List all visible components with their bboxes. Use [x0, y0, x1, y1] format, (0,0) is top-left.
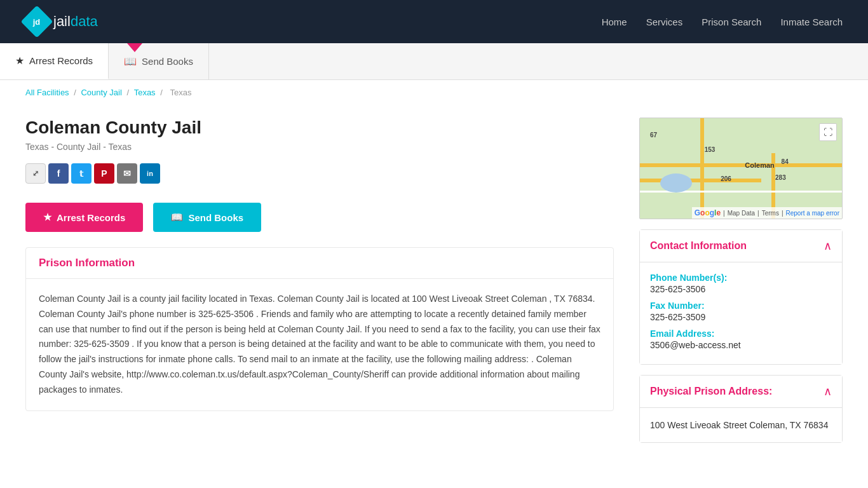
breadcrumb-all-facilities[interactable]: All Facilities: [25, 88, 69, 97]
tab-arrest-records-label: Arrest Records: [29, 55, 93, 66]
social-linkedin-button[interactable]: in: [140, 163, 160, 184]
phone-value: 325-625-3506: [650, 284, 832, 294]
map-data-text: Map Data: [728, 210, 755, 217]
map-data-label: |: [723, 210, 725, 217]
nav-inmate-search[interactable]: Inmate Search: [780, 17, 843, 27]
map-fullscreen-button[interactable]: ⛶: [819, 123, 837, 141]
social-email-button[interactable]: ✉: [117, 163, 137, 184]
map-terms: Terms: [762, 210, 779, 217]
map-label-153: 153: [705, 146, 715, 153]
tab-send-books[interactable]: 📖 Send Books: [109, 43, 209, 79]
email-label: Email Address:: [650, 329, 832, 339]
arrest-star-icon: ★: [43, 212, 51, 223]
prison-info-header: Prison Information: [26, 248, 613, 279]
map-footer: Google | Map Data | Terms | Report a map…: [692, 207, 842, 219]
nav-home[interactable]: Home: [602, 17, 627, 27]
contact-card-title: Contact Information: [650, 240, 747, 252]
tab-send-books-label: Send Books: [142, 56, 193, 67]
main-nav: Home Services Prison Search Inmate Searc…: [602, 17, 843, 27]
social-pinterest-button[interactable]: P: [94, 163, 114, 184]
map-label-coleman: Coleman: [745, 161, 774, 169]
social-facebook-button[interactable]: f: [48, 163, 69, 184]
contact-card-header[interactable]: Contact Information ∧: [640, 230, 842, 262]
map-container[interactable]: 153 84 283 206 67 Coleman ⛶ Google | Map…: [639, 118, 843, 219]
logo-diamond: jd: [21, 6, 53, 38]
page-title: Coleman County Jail: [25, 118, 614, 138]
address-card-body: 100 West Liveoak Street Coleman, TX 7683…: [640, 408, 842, 442]
map-background: [640, 118, 842, 219]
send-books-icon: 📖: [171, 212, 183, 223]
tab-bar: ★ Arrest Records 📖 Send Books: [0, 43, 868, 80]
star-icon: ★: [15, 55, 24, 67]
fax-label: Fax Number:: [650, 301, 832, 311]
google-logo: Google: [695, 208, 721, 217]
logo[interactable]: jd jaildata: [25, 10, 98, 33]
map-label-84: 84: [782, 158, 789, 165]
address-card-header[interactable]: Physical Prison Address: ∧: [640, 376, 842, 408]
breadcrumb-current: Texas: [170, 88, 191, 97]
map-label-283: 283: [775, 174, 786, 181]
breadcrumb: All Facilities / County Jail / Texas / T…: [0, 80, 868, 105]
tab-indicator: [127, 43, 142, 52]
address-chevron-up-icon: ∧: [824, 384, 832, 398]
send-books-label: Send Books: [188, 212, 243, 223]
address-card-title: Physical Prison Address:: [650, 386, 772, 397]
arrest-records-label: Arrest Records: [57, 212, 125, 223]
right-column: 153 84 283 206 67 Coleman ⛶ Google | Map…: [639, 118, 843, 443]
address-card: Physical Prison Address: ∧ 100 West Live…: [639, 375, 843, 443]
breadcrumb-county-jail[interactable]: County Jail: [81, 88, 121, 97]
tab-arrest-records[interactable]: ★ Arrest Records: [0, 43, 109, 79]
prison-info-section: Prison Information Coleman County Jail i…: [25, 247, 614, 411]
book-icon: 📖: [124, 55, 137, 67]
contact-info-card: Contact Information ∧ Phone Number(s): 3…: [639, 229, 843, 365]
map-report-error[interactable]: Report a map error: [786, 210, 839, 217]
map-road-84: [640, 163, 842, 167]
nav-services[interactable]: Services: [646, 17, 683, 27]
fax-value: 325-625-3509: [650, 312, 832, 322]
send-books-button[interactable]: 📖 Send Books: [153, 203, 261, 232]
map-water-feature: [660, 173, 692, 193]
map-road-153: [700, 118, 704, 219]
left-column: Coleman County Jail Texas - County Jail …: [25, 118, 614, 443]
prison-info-body: Coleman County Jail is a county jail fac…: [26, 279, 613, 410]
chevron-up-icon: ∧: [824, 239, 832, 253]
nav-prison-search[interactable]: Prison Search: [702, 17, 761, 27]
prison-info-title: Prison Information: [39, 257, 135, 269]
phone-label: Phone Number(s):: [650, 273, 832, 283]
map-label-206: 206: [721, 175, 731, 182]
breadcrumb-texas[interactable]: Texas: [134, 88, 156, 97]
main-content: Coleman County Jail Texas - County Jail …: [0, 105, 868, 468]
social-twitter-button[interactable]: 𝕥: [71, 163, 92, 184]
right-cards: Contact Information ∧ Phone Number(s): 3…: [639, 229, 843, 443]
map-label-67: 67: [650, 132, 657, 139]
social-share-button[interactable]: ⤢: [25, 163, 46, 184]
arrest-records-button[interactable]: ★ Arrest Records: [25, 203, 143, 232]
email-value: 3506@web-access.net: [650, 340, 832, 350]
address-value: 100 West Liveoak Street Coleman, TX 7683…: [650, 420, 828, 430]
contact-card-body: Phone Number(s): 325-625-3506 Fax Number…: [640, 262, 842, 364]
logo-jd-text: jd: [33, 17, 41, 27]
social-share-row: ⤢ f 𝕥 P ✉ in: [25, 163, 614, 184]
logo-text: jaildata: [53, 13, 98, 30]
action-buttons: ★ Arrest Records 📖 Send Books: [25, 203, 614, 232]
page-subtitle: Texas - County Jail - Texas: [25, 142, 614, 152]
site-header: jd jaildata Home Services Prison Search …: [0, 0, 868, 43]
